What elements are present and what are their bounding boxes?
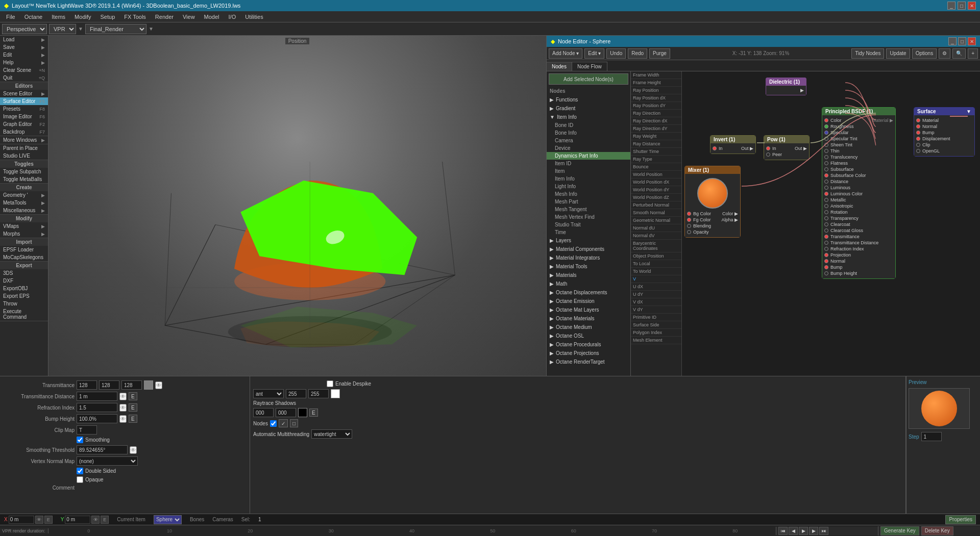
smoothing-threshold-input[interactable] bbox=[77, 445, 128, 454]
ne-add-node-button[interactable]: Add Node ▾ bbox=[549, 48, 582, 59]
item-device[interactable]: Device bbox=[547, 144, 630, 152]
cat-functions[interactable]: ▶Functions bbox=[547, 95, 630, 104]
node-principled-bsdf[interactable]: Principled BSDF (1) ColorMaterial ▶ Roug… bbox=[822, 107, 896, 279]
menu-model[interactable]: Model bbox=[200, 13, 224, 21]
ne-minimize-button[interactable]: _ bbox=[948, 37, 957, 45]
vpr-select[interactable]: VPR bbox=[49, 24, 76, 34]
node-surface[interactable]: Surface ▼ Material Normal Bump Displacem… bbox=[914, 107, 975, 157]
item-bone-id[interactable]: Bone ID bbox=[547, 121, 630, 129]
item-item[interactable]: Item bbox=[547, 167, 630, 175]
item-mesh-vertex-find[interactable]: Mesh Vertex Find bbox=[547, 213, 630, 221]
menu-io[interactable]: I/O bbox=[225, 13, 240, 21]
panel-load[interactable]: Load▶ bbox=[0, 36, 48, 43]
final-render-select[interactable]: Final_Render bbox=[85, 24, 146, 34]
panel-vmaps[interactable]: VMaps▶ bbox=[0, 222, 48, 230]
panel-geometry[interactable]: Geometry '▶ bbox=[0, 191, 48, 199]
cat-materials[interactable]: ▶Materials bbox=[547, 271, 630, 279]
ne-redo-button[interactable]: Redo bbox=[628, 48, 647, 59]
cat-oct-displacements[interactable]: ▶Octane Displacements bbox=[547, 288, 630, 297]
ne-icon-btn3[interactable]: + bbox=[968, 48, 978, 59]
clip-map-input[interactable] bbox=[77, 425, 97, 435]
item-item-info[interactable]: Item Info bbox=[547, 175, 630, 183]
bump-height-eye-button[interactable]: 👁 bbox=[119, 415, 127, 423]
panel-throw[interactable]: Throw bbox=[0, 300, 48, 308]
play-prev-frame-button[interactable]: ◀ bbox=[789, 527, 798, 535]
double-sided-checkbox[interactable] bbox=[77, 468, 83, 474]
cat-material-tools[interactable]: ▶Material Tools bbox=[547, 262, 630, 271]
ne-tidy-nodes-button[interactable]: Tidy Nodes bbox=[851, 48, 884, 59]
cat-oct-osl[interactable]: ▶Octane OSL bbox=[547, 331, 630, 340]
cat-oct-materials[interactable]: ▶Octane Materials bbox=[547, 314, 630, 323]
node-mixer[interactable]: Mixer (1) Bg ColorColor ▶ Fg ColorAlpha … bbox=[684, 166, 741, 238]
panel-help[interactable]: Help▶ bbox=[0, 59, 48, 66]
panel-graph-editor[interactable]: Graph EditorF2 bbox=[0, 120, 48, 128]
refraction-index-eye-button[interactable]: 👁 bbox=[119, 404, 127, 412]
shadow-color-2-input[interactable] bbox=[276, 408, 296, 417]
cat-oct-rendertarget[interactable]: ▶Octane RenderTarget bbox=[547, 358, 630, 366]
ne-maximize-button[interactable]: □ bbox=[958, 37, 966, 45]
add-selected-node-button[interactable]: Add Selected Node(s) bbox=[549, 73, 628, 85]
tab-node-flow[interactable]: Node Flow bbox=[572, 62, 607, 71]
refraction-index-input[interactable] bbox=[77, 403, 117, 412]
item-light-info[interactable]: Light Info bbox=[547, 183, 630, 190]
item-mesh-info[interactable]: Mesh Info bbox=[547, 190, 630, 198]
nodes-checkbox[interactable] bbox=[270, 420, 277, 427]
transmittance-distance-e-button[interactable]: E bbox=[129, 392, 137, 400]
play-start-button[interactable]: ⏮ bbox=[778, 527, 788, 535]
refraction-index-e-button[interactable]: E bbox=[129, 403, 137, 412]
x-e-button[interactable]: E bbox=[44, 516, 53, 524]
panel-execute-command[interactable]: Execute Command bbox=[0, 308, 48, 321]
panel-toggle-subpatch[interactable]: Toggle Subpatch bbox=[0, 168, 48, 175]
panel-toggle-metaballs[interactable]: Toggle MetaBalls bbox=[0, 175, 48, 183]
play-next-frame-button[interactable]: ▶ bbox=[809, 527, 818, 535]
close-button[interactable]: ✕ bbox=[968, 2, 976, 10]
ne-purge-button[interactable]: Purge bbox=[649, 48, 670, 59]
transmittance-distance-eye-button[interactable]: 👁 bbox=[119, 393, 127, 400]
current-item-select[interactable]: Sphere bbox=[154, 515, 182, 524]
smoothing-threshold-eye-button[interactable]: 👁 bbox=[130, 446, 137, 454]
node-pow[interactable]: Pow (1) InOut ▶ Peer bbox=[764, 135, 810, 160]
item-mesh-tangent[interactable]: Mesh Tangent bbox=[547, 206, 630, 213]
y-eye-button[interactable]: 👁 bbox=[91, 516, 100, 524]
cat-oct-projections[interactable]: ▶Octane Projections bbox=[547, 349, 630, 358]
panel-epsf-loader[interactable]: EPSF Loader bbox=[0, 246, 48, 253]
delete-key-button[interactable]: Delete Key bbox=[921, 526, 953, 535]
bump-height-e-button[interactable]: E bbox=[129, 415, 137, 423]
ne-close-button[interactable]: ✕ bbox=[968, 37, 976, 45]
ne-update-button[interactable]: Update bbox=[886, 48, 910, 59]
viewport[interactable]: Position bbox=[48, 36, 546, 376]
panel-parent-in-place[interactable]: Parent in Place bbox=[0, 144, 48, 152]
cat-material-components[interactable]: ▶Material Components bbox=[547, 245, 630, 253]
ne-options-button[interactable]: Options bbox=[912, 48, 937, 59]
panel-image-editor[interactable]: Image EditorF6 bbox=[0, 113, 48, 120]
panel-more-windows[interactable]: More Windows▶ bbox=[0, 136, 48, 144]
play-end-button[interactable]: ⏭ bbox=[819, 527, 828, 535]
ne-icon-btn1[interactable]: ⚙ bbox=[939, 48, 950, 59]
enable-despike-checkbox[interactable] bbox=[327, 380, 333, 387]
node-dielectric[interactable]: Dielectric (1) ▶ bbox=[766, 78, 806, 95]
menu-setup[interactable]: Setup bbox=[96, 13, 119, 21]
y-input[interactable] bbox=[65, 516, 90, 524]
cat-layers[interactable]: ▶Layers bbox=[547, 236, 630, 245]
menu-modify[interactable]: Modify bbox=[70, 13, 95, 21]
cat-oct-mat-layers[interactable]: ▶Octane Mat Layers bbox=[547, 305, 630, 314]
cat-math[interactable]: ▶Math bbox=[547, 279, 630, 288]
panel-mocap[interactable]: MoCapSkelegons bbox=[0, 253, 48, 261]
transmittance-g-input[interactable] bbox=[99, 380, 119, 390]
color-255-1-input[interactable] bbox=[286, 389, 306, 398]
minimize-button[interactable]: _ bbox=[947, 2, 955, 10]
panel-dxf[interactable]: DXF bbox=[0, 277, 48, 285]
vertex-normal-map-select[interactable]: (none) bbox=[77, 456, 138, 466]
transmittance-distance-input[interactable] bbox=[77, 392, 117, 401]
menu-items[interactable]: Items bbox=[47, 13, 69, 21]
nodes-x-button[interactable]: □ bbox=[290, 419, 298, 427]
item-mesh-part[interactable]: Mesh Part bbox=[547, 198, 630, 206]
x-input[interactable] bbox=[9, 516, 34, 524]
ne-edit-button[interactable]: Edit ▾ bbox=[584, 48, 604, 59]
panel-studio-live[interactable]: Studio LIVE bbox=[0, 152, 48, 160]
cat-item-info[interactable]: ▼Item Info bbox=[547, 113, 630, 121]
menu-view[interactable]: View bbox=[179, 13, 199, 21]
menu-render[interactable]: Render bbox=[151, 13, 178, 21]
node-invert[interactable]: Invert (1) InOut ▶ bbox=[710, 135, 756, 154]
shadow-color-1-input[interactable] bbox=[253, 408, 274, 417]
